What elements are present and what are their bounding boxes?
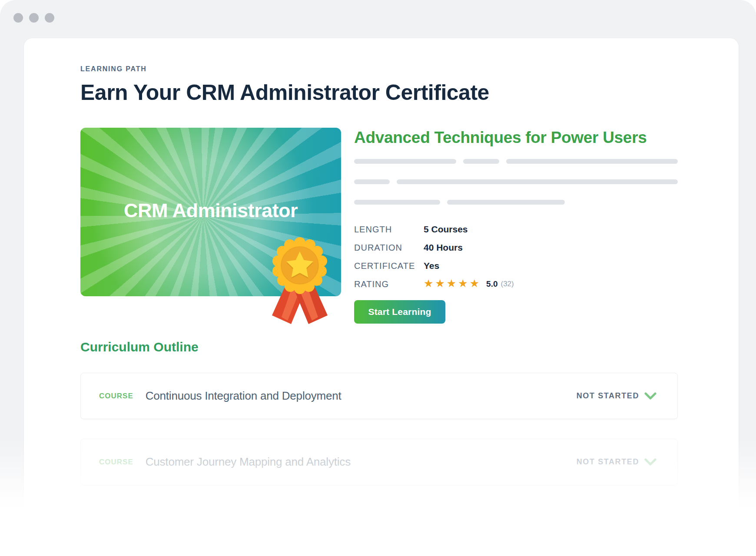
skeleton-bar <box>447 200 565 205</box>
page-title: Earn Your CRM Administrator Certificate <box>80 80 678 105</box>
skeleton-bar <box>463 159 499 164</box>
course-list: COURSE Continuous Integration and Deploy… <box>80 373 678 485</box>
meta-label: RATING <box>354 279 424 289</box>
chevron-down-icon[interactable] <box>644 458 657 466</box>
skeleton-bar <box>354 159 456 164</box>
star-rating-icon: ★★★★★ <box>424 278 481 291</box>
course-status: NOT STARTED <box>577 391 657 400</box>
course-heading: Advanced Techniques for Power Users <box>354 129 678 147</box>
certificate-card: CRM Administrator <box>80 128 341 296</box>
course-meta: LENGTH 5 Courses DURATION 40 Hours CERTI… <box>354 220 678 293</box>
meta-row-length: LENGTH 5 Courses <box>354 220 678 238</box>
meta-row-duration: DURATION 40 Hours <box>354 238 678 257</box>
window-dot-icon <box>45 13 54 23</box>
screenshot-root: LEARNING PATH Earn Your CRM Administrato… <box>0 0 756 556</box>
skeleton-row <box>354 159 678 164</box>
course-row-2[interactable]: COURSE Customer Journey Mapping and Anal… <box>80 439 678 485</box>
course-title: Continuous Integration and Deployment <box>146 389 577 403</box>
meta-label: DURATION <box>354 243 424 253</box>
skeleton-row <box>354 200 678 205</box>
window-dot-icon <box>13 13 23 23</box>
skeleton-bar <box>506 159 678 164</box>
meta-label: LENGTH <box>354 225 424 235</box>
skeleton-bar <box>354 179 390 184</box>
course-status: NOT STARTED <box>577 457 657 467</box>
course-info-panel: Advanced Techniques for Power Users <box>354 128 678 296</box>
start-learning-button[interactable]: Start Learning <box>354 300 445 324</box>
learning-path-eyebrow: LEARNING PATH <box>80 65 678 73</box>
course-row-1[interactable]: COURSE Continuous Integration and Deploy… <box>80 373 678 419</box>
status-badge: NOT STARTED <box>577 391 639 400</box>
gold-medal-ribbon-icon <box>265 224 335 326</box>
curriculum-heading: Curriculum Outline <box>80 340 678 354</box>
window-controls <box>13 13 54 23</box>
window-dot-icon <box>29 13 39 23</box>
meta-label: CERTIFICATE <box>354 261 424 271</box>
meta-row-rating: RATING ★★★★★ 5.0 (32) <box>354 275 678 293</box>
skeleton-bar <box>354 200 440 205</box>
course-type-badge: COURSE <box>99 458 133 467</box>
skeleton-bar <box>397 179 678 184</box>
rating-count: (32) <box>501 280 514 288</box>
description-skeleton <box>354 159 678 205</box>
course-type-badge: COURSE <box>99 392 133 400</box>
chevron-down-icon[interactable] <box>644 392 657 400</box>
meta-value: 40 Hours <box>424 242 463 253</box>
rating-value: 5.0 <box>486 279 497 289</box>
learning-path-panel: LEARNING PATH Earn Your CRM Administrato… <box>24 38 739 529</box>
meta-value: Yes <box>424 261 439 271</box>
status-badge: NOT STARTED <box>577 457 639 467</box>
course-title: Customer Journey Mapping and Analytics <box>146 455 577 469</box>
skeleton-row <box>354 179 678 184</box>
meta-value: 5 Courses <box>424 224 468 235</box>
meta-row-certificate: CERTIFICATE Yes <box>354 257 678 275</box>
hero-section: CRM Administrator <box>80 128 678 296</box>
